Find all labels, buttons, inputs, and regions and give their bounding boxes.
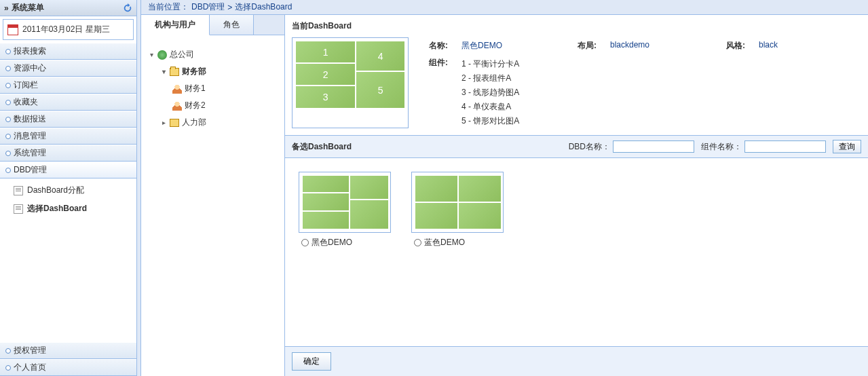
footer: 确定 (285, 346, 868, 376)
menu-auth-mgmt[interactable]: 授权管理 (0, 342, 136, 359)
backup-title: 备选DashBoard (292, 141, 562, 153)
breadcrumb: 当前位置： DBD管理 > 选择DashBoard (141, 0, 868, 15)
expand-icon[interactable]: ▸ (160, 119, 167, 126)
current-dashboard-title: 当前DashBoard (285, 15, 868, 37)
menu-system-mgmt[interactable]: 系统管理 (0, 145, 136, 162)
refresh-icon[interactable] (123, 3, 132, 13)
tree-node-user[interactable]: 财务2 (172, 97, 278, 114)
dbd-name-label: DBD名称： (569, 141, 610, 153)
tab-roles[interactable]: 角色 (210, 15, 254, 35)
layout-value: blackdemo (610, 40, 713, 52)
menu-resource-center[interactable]: 资源中心 (0, 60, 136, 77)
tree-node-user[interactable]: 财务1 (172, 80, 278, 97)
backup-item-label: 黑色DEMO (312, 237, 352, 248)
folder-icon (170, 119, 179, 127)
tree-node-hr[interactable]: ▸ 人力部 (160, 114, 278, 131)
org-tree: ▾ 总公司 ▾ 财务部 财务1 (141, 35, 284, 142)
tabs: 机构与用户 角色 (141, 15, 284, 35)
menu-message-mgmt[interactable]: 消息管理 (0, 128, 136, 145)
sidebar-header: » 系统菜单 (0, 0, 136, 16)
component-name-label: 组件名称： (701, 141, 742, 153)
collapse-icon[interactable]: ▾ (148, 52, 155, 58)
calendar-icon (7, 24, 18, 35)
page-icon (14, 204, 23, 214)
sidebar: » 系统菜单 2011年03月02日 星期三 报表搜索 资源中心 订阅栏 收藏夹… (0, 0, 137, 376)
submenu-dashboard-assign[interactable]: DashBoard分配 (0, 181, 136, 200)
tree-root[interactable]: ▾ 总公司 (148, 46, 278, 63)
globe-icon (157, 50, 167, 60)
backup-item-label: 蓝色DEMO (424, 237, 465, 248)
page-icon (14, 186, 23, 195)
submenu-select-dashboard[interactable]: 选择DashBoard (0, 200, 136, 218)
menu-dbd-mgmt[interactable]: DBD管理 (0, 162, 136, 178)
style-value: black (759, 40, 861, 52)
menu-report-search[interactable]: 报表搜索 (0, 43, 136, 60)
current-dashboard-panel: 1 4 2 3 5 名称: 黑色DEMO 布局: blackdemo 风格: (285, 37, 868, 136)
tab-org-users[interactable]: 机构与用户 (141, 15, 210, 35)
backup-item[interactable]: 黑色DEMO (299, 172, 391, 333)
name-label: 名称: (429, 40, 448, 52)
tree-node-finance[interactable]: ▾ 财务部 (160, 63, 278, 80)
components-label: 组件: (429, 57, 448, 128)
menu-personal-home[interactable]: 个人首页 (0, 359, 136, 376)
collapse-icon[interactable]: ▾ (160, 69, 167, 75)
sidebar-title: 系统菜单 (12, 2, 44, 14)
backup-header: 备选DashBoard DBD名称： 组件名称： 查询 (285, 136, 868, 158)
user-icon (172, 101, 182, 111)
components-list: 1 - 平衡计分卡A 2 - 报表组件A 3 - 线形趋势图A 4 - 单仪表盘… (461, 57, 519, 128)
search-button[interactable]: 查询 (833, 140, 861, 153)
menu-subscribe[interactable]: 订阅栏 (0, 77, 136, 94)
breadcrumb-link[interactable]: DBD管理 (191, 1, 225, 13)
dashboard-preview: 1 4 2 3 5 (292, 37, 409, 128)
folder-open-icon (170, 68, 179, 76)
backup-item[interactable]: 蓝色DEMO (411, 172, 504, 333)
style-label: 风格: (726, 40, 745, 52)
menu-icon: » (4, 3, 9, 13)
menu-list: 报表搜索 资源中心 订阅栏 收藏夹 数据报送 消息管理 系统管理 DBD管理 D… (0, 43, 136, 221)
date-display: 2011年03月02日 星期三 (3, 19, 134, 40)
dbd-name-input[interactable] (613, 140, 694, 153)
confirm-button[interactable]: 确定 (292, 352, 331, 371)
user-icon (172, 84, 182, 94)
radio-icon[interactable] (301, 239, 309, 246)
component-name-input[interactable] (744, 140, 826, 153)
menu-favorites[interactable]: 收藏夹 (0, 94, 136, 111)
backup-list: 黑色DEMO (285, 158, 868, 346)
menu-data-submit[interactable]: 数据报送 (0, 111, 136, 128)
breadcrumb-current: 选择DashBoard (235, 1, 292, 13)
radio-icon[interactable] (414, 239, 421, 246)
date-text: 2011年03月02日 星期三 (22, 24, 110, 35)
layout-label: 布局: (578, 40, 597, 52)
name-value: 黑色DEMO (461, 40, 564, 52)
